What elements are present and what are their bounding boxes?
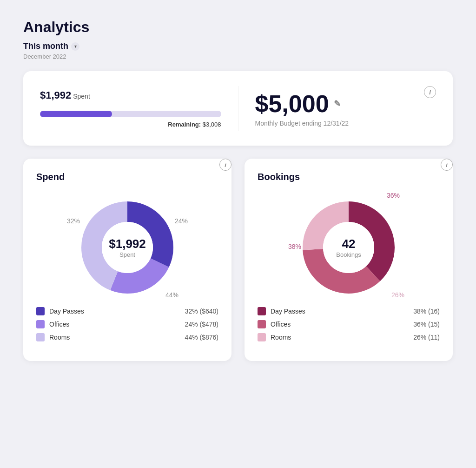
progress-bar-fill xyxy=(40,111,112,117)
bookings-chart-wrapper: 42 Bookings 36% 38% 26% xyxy=(288,192,409,303)
spend-info-button[interactable]: i xyxy=(219,159,231,171)
legend-swatch xyxy=(36,307,45,315)
legend-item-value: 38% (16) xyxy=(413,308,440,315)
spend-legend: Day Passes 32% ($640) Offices 24% ($478)… xyxy=(36,307,218,341)
bookings-pct-26: 26% xyxy=(391,291,404,299)
spend-section: $1,992 Spent Remaining: $3,008 xyxy=(40,86,238,131)
legend-swatch xyxy=(36,320,45,328)
remaining-label: Remaining: $3,008 xyxy=(40,121,221,128)
spent-text: Spent xyxy=(73,93,90,100)
spend-pct-24: 24% xyxy=(175,217,188,225)
spend-chart-wrapper: $1,992 Spent 32% 24% 44% xyxy=(67,192,188,303)
period-label: This month xyxy=(23,41,68,51)
spend-donut-label: $1,992 Spent xyxy=(109,237,146,258)
progress-bar-container xyxy=(40,111,221,117)
edit-budget-icon[interactable]: ✎ xyxy=(334,99,341,109)
budget-amount: $5,000 ✎ xyxy=(255,90,341,118)
spend-card-title: Spend xyxy=(36,172,218,182)
legend-item-name: Rooms xyxy=(49,334,185,341)
legend-item-name: Offices xyxy=(271,321,413,328)
bookings-card: i Bookings 42 Bookings 36% 38% 26% Day P… xyxy=(245,159,453,361)
budget-info-button[interactable]: i xyxy=(424,86,436,98)
legend-item: Rooms 44% ($876) xyxy=(36,333,218,341)
legend-swatch xyxy=(258,333,266,341)
legend-swatch xyxy=(36,333,45,341)
legend-item-value: 36% (15) xyxy=(413,321,440,328)
legend-item-value: 26% (11) xyxy=(413,334,440,341)
spent-label: $1,992 Spent xyxy=(40,89,221,101)
bookings-legend: Day Passes 38% (16) Offices 36% (15) Roo… xyxy=(258,307,440,341)
legend-item: Rooms 26% (11) xyxy=(258,333,440,341)
legend-item-name: Day Passes xyxy=(49,308,185,315)
legend-swatch xyxy=(258,320,266,328)
legend-item: Day Passes 32% ($640) xyxy=(36,307,218,315)
spend-card: i Spend $1,992 Spent 32% 24% 44% Day Pas… xyxy=(23,159,231,361)
legend-swatch xyxy=(258,307,266,315)
bookings-pct-38: 38% xyxy=(288,243,301,250)
spend-center-sub: Spent xyxy=(109,251,146,258)
legend-item-name: Day Passes xyxy=(271,308,413,315)
remaining-value: $3,008 xyxy=(203,121,221,128)
bookings-card-title: Bookings xyxy=(258,172,440,182)
legend-item: Offices 24% ($478) xyxy=(36,320,218,328)
bookings-info-button[interactable]: i xyxy=(441,159,453,171)
spend-center-value: $1,992 xyxy=(109,237,146,251)
bookings-center-sub: Bookings xyxy=(336,251,361,258)
legend-item-name: Offices xyxy=(49,321,185,328)
budget-overview-card: $1,992 Spent Remaining: $3,008 i $5,000 … xyxy=(23,71,453,146)
bookings-pct-36: 36% xyxy=(387,192,400,199)
legend-item-value: 44% ($876) xyxy=(185,334,218,341)
legend-item: Day Passes 38% (16) xyxy=(258,307,440,315)
period-dropdown-button[interactable]: ▾ xyxy=(71,42,79,51)
spend-pct-32: 32% xyxy=(67,217,80,225)
legend-item-value: 32% ($640) xyxy=(185,308,218,315)
period-subtitle: December 2022 xyxy=(23,53,453,60)
budget-subtitle: Monthly Budget ending 12/31/22 xyxy=(255,120,349,127)
legend-item-name: Rooms xyxy=(271,334,413,341)
legend-item-value: 24% ($478) xyxy=(185,321,218,328)
spend-pct-44: 44% xyxy=(165,291,178,299)
spent-amount: $1,992 xyxy=(40,89,71,101)
budget-section: i $5,000 ✎ Monthly Budget ending 12/31/2… xyxy=(238,86,436,131)
bottom-cards-row: i Spend $1,992 Spent 32% 24% 44% Day Pas… xyxy=(23,159,453,361)
bookings-donut-label: 42 Bookings xyxy=(336,237,361,258)
bookings-center-value: 42 xyxy=(336,237,361,251)
legend-item: Offices 36% (15) xyxy=(258,320,440,328)
period-row: This month ▾ xyxy=(23,41,453,51)
page-title: Analytics xyxy=(23,19,453,36)
